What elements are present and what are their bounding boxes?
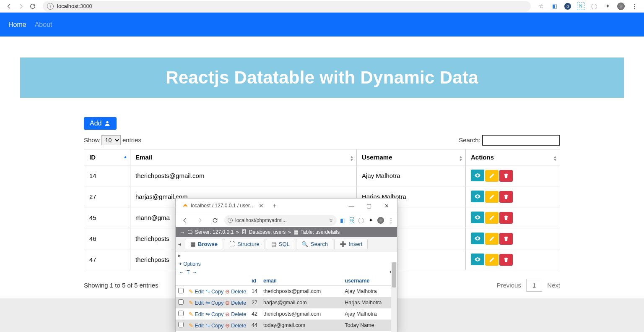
edit-button[interactable] [485,191,499,203]
pma-reload-button[interactable] [209,214,221,226]
crumb-table[interactable]: Table: userdetails [301,229,340,235]
star-icon[interactable]: ☆ [538,3,545,10]
svg-point-3 [477,217,478,218]
extensions-icon[interactable]: ✦ [604,3,611,10]
next-page[interactable]: Next [547,282,560,289]
delete-button[interactable] [499,212,513,224]
edit-button[interactable] [485,233,499,245]
pma-options-link[interactable]: + Options [176,259,397,269]
edit-link[interactable]: Edit [195,300,204,306]
minimize-button[interactable]: — [344,200,358,212]
prev-page[interactable]: Previous [496,282,521,289]
cell-actions [466,249,560,270]
edit-link[interactable]: Edit [195,289,204,295]
extensions-icon[interactable]: ✦ [369,217,373,223]
edit-link[interactable]: Edit [195,311,204,317]
tab-structure[interactable]: ⛶Structure [224,239,265,249]
page-1[interactable]: 1 [526,279,542,292]
delete-button[interactable] [499,233,513,245]
pma-col-email[interactable]: email [261,276,342,286]
add-button[interactable]: Add [84,117,117,130]
new-tab-button[interactable]: ＋ [271,201,278,210]
delete-link[interactable]: Delete [231,300,246,306]
forward-button[interactable] [15,0,27,12]
browser-toolbar: i localhost:3000 ☆ ◧ a N ◯ ✦ ⋮ [0,0,644,13]
pma-url-bar[interactable]: i localhost/phpmyadmi... ☆ [224,215,337,226]
pma-browser-tab[interactable]: localhost / 127.0.0.1 / users / use ✕ [179,200,267,212]
col-move-right-icon[interactable]: → [192,269,197,275]
page-title-banner: Reactjs Datatable with Dynamic Data [20,58,624,98]
pma-scrollbar[interactable] [391,262,397,332]
col-id[interactable]: ID▲ [84,149,130,165]
col-email[interactable]: Email▲▼ [130,149,357,165]
nav-home[interactable]: Home [8,21,26,29]
delete-button[interactable] [499,254,513,266]
copy-link[interactable]: Copy [211,300,223,306]
ext-icon-3[interactable]: N [350,217,354,223]
menu-icon[interactable]: ⋮ [631,3,638,10]
edit-button[interactable] [485,212,499,224]
page-size-select[interactable]: 10 [101,135,121,145]
view-button[interactable] [471,254,484,265]
tab-search[interactable]: 🔍Search [296,239,333,249]
row-checkbox[interactable] [178,288,184,293]
profile-avatar[interactable] [377,217,384,224]
copy-link[interactable]: Copy [211,311,223,317]
view-button[interactable] [471,191,484,202]
profile-avatar[interactable] [617,3,625,10]
col-actions[interactable]: Actions▲▼ [466,149,560,165]
tabs-scroll-left[interactable]: ◂ [178,241,184,247]
edit-button[interactable] [485,254,499,266]
view-button[interactable] [471,212,484,223]
edit-button[interactable] [485,170,499,182]
tab-insert[interactable]: ➕Insert [334,239,368,249]
row-checkbox[interactable] [178,299,184,305]
ext-icon-1[interactable]: ◧ [551,3,558,10]
view-button[interactable] [471,233,484,244]
search-input[interactable] [482,135,560,146]
pma-back-button[interactable] [179,214,191,226]
delete-link[interactable]: Delete [231,311,246,317]
close-tab-icon[interactable]: ✕ [259,202,264,209]
crumb-database[interactable]: Database: users [249,229,286,235]
view-button[interactable] [471,170,484,181]
sql-icon: ▤ [271,241,276,247]
ext-icon-2[interactable]: a [564,3,571,10]
delete-link[interactable]: Delete [231,289,246,295]
pma-forward-button[interactable] [194,214,206,226]
maximize-button[interactable]: ▢ [362,200,376,212]
cell-id: 14 [84,165,130,186]
close-window-button[interactable]: ✕ [379,200,394,212]
ext-icon-4[interactable]: ◯ [590,3,598,10]
back-button[interactable] [3,0,15,12]
ext-icon-3[interactable]: N [577,3,584,10]
col-username[interactable]: Username▲▼ [357,149,466,165]
delete-link[interactable]: Delete [231,323,246,329]
pma-col-username[interactable]: username [342,276,397,286]
star-icon[interactable]: ☆ [329,217,333,223]
tab-browse[interactable]: ▦Browse [185,239,223,249]
copy-link[interactable]: Copy [211,323,223,329]
col-text-icon[interactable]: T [187,269,190,275]
row-checkbox[interactable] [178,311,184,316]
edit-link[interactable]: Edit [195,323,204,329]
crumb-server[interactable]: Server: 127.0.0.1 [195,229,234,235]
nav-about[interactable]: About [35,21,52,29]
delete-button[interactable] [499,191,513,203]
svg-point-0 [106,121,109,123]
delete-button[interactable] [499,170,513,182]
pma-cell-username: Harjas Malhotra [342,297,397,308]
pma-col-id[interactable]: id [249,276,261,286]
ext-icon-1[interactable]: ◧ [340,217,345,224]
url-bar[interactable]: i localhost:3000 [43,1,531,12]
row-checkbox[interactable] [178,322,184,327]
tabs-scroll-right[interactable]: ▸ [176,251,182,259]
ext-icon-4[interactable]: ◯ [358,217,364,223]
reload-button[interactable] [27,0,39,12]
copy-link[interactable]: Copy [211,289,223,295]
col-move-left-icon[interactable]: ← [179,269,184,275]
svg-point-5 [477,259,478,260]
phpmyadmin-window[interactable]: localhost / 127.0.0.1 / users / use ✕ ＋ … [175,198,397,332]
tab-sql[interactable]: ▤SQL [266,239,295,249]
menu-icon[interactable]: ⋮ [388,217,394,223]
